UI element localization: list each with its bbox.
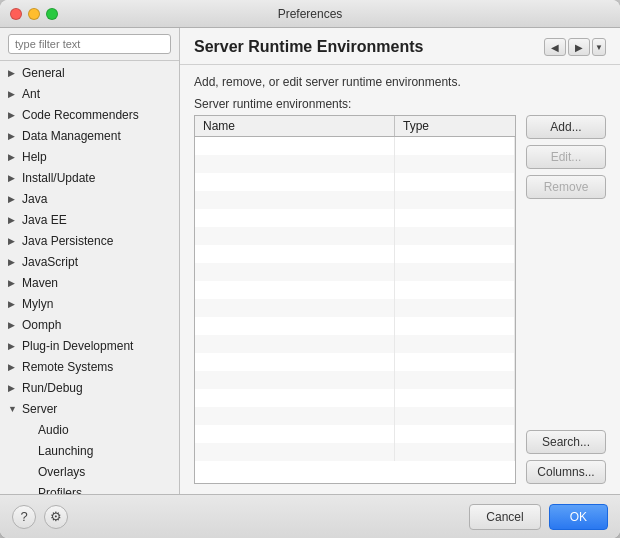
table-area: Name Type Add... Edit... Remove Search..… [194,115,606,484]
sidebar-item-javascript[interactable]: ▶JavaScript [0,252,179,273]
cell-name [195,425,395,443]
main-header: Server Runtime Environments ◀ ▶ ▼ [180,28,620,65]
table-row[interactable] [195,299,515,317]
sidebar-item-label: Plug-in Development [22,338,133,355]
add-button[interactable]: Add... [526,115,606,139]
sidebar-item-remote-systems[interactable]: ▶Remote Systems [0,357,179,378]
sidebar-item-help[interactable]: ▶Help [0,147,179,168]
sidebar-item-data-management[interactable]: ▶Data Management [0,126,179,147]
table-row[interactable] [195,155,515,173]
main-panel: Server Runtime Environments ◀ ▶ ▼ Add, r… [180,28,620,494]
window-title: Preferences [278,7,343,21]
table-row[interactable] [195,407,515,425]
description-text: Add, remove, or edit server runtime envi… [194,75,606,89]
action-buttons: Add... Edit... Remove Search... Columns.… [526,115,606,484]
remove-button[interactable]: Remove [526,175,606,199]
cell-type [395,245,515,263]
sidebar-item-code-recommenders[interactable]: ▶Code Recommenders [0,105,179,126]
table-row[interactable] [195,227,515,245]
minimize-button[interactable] [28,8,40,20]
table-header: Name Type [195,116,515,137]
sidebar-item-mylyn[interactable]: ▶Mylyn [0,294,179,315]
cell-type [395,137,515,155]
table-row[interactable] [195,371,515,389]
filter-input[interactable] [8,34,171,54]
cell-type [395,227,515,245]
sidebar-item-general[interactable]: ▶General [0,63,179,84]
sidebar-item-java[interactable]: ▶Java [0,189,179,210]
close-button[interactable] [10,8,22,20]
filter-wrap [0,28,179,61]
cell-type [395,443,515,461]
sidebar-item-label: Mylyn [22,296,53,313]
sidebar-item-label: Launching [38,443,93,460]
settings-button[interactable]: ⚙ [44,505,68,529]
sidebar-item-server-launching[interactable]: Launching [0,441,179,462]
back-button[interactable]: ◀ [544,38,566,56]
sidebar-item-ant[interactable]: ▶Ant [0,84,179,105]
arrow-icon: ▶ [8,338,20,355]
cell-type [395,155,515,173]
table-rows[interactable] [195,137,515,483]
sidebar-item-maven[interactable]: ▶Maven [0,273,179,294]
table-row[interactable] [195,425,515,443]
table-row[interactable] [195,281,515,299]
sidebar-item-label: Maven [22,275,58,292]
cell-type [395,389,515,407]
sidebar-item-server-audio[interactable]: Audio [0,420,179,441]
table-row[interactable] [195,335,515,353]
cell-name [195,227,395,245]
table-row[interactable] [195,389,515,407]
table-row[interactable] [195,191,515,209]
sidebar-item-run-debug[interactable]: ▶Run/Debug [0,378,179,399]
arrow-icon: ▶ [8,65,20,82]
footer: ? ⚙ Cancel OK [0,494,620,538]
cell-type [395,299,515,317]
sidebar-item-install-update[interactable]: ▶Install/Update [0,168,179,189]
nav-dropdown-button[interactable]: ▼ [592,38,606,56]
sidebar-item-java-persistence[interactable]: ▶Java Persistence [0,231,179,252]
sidebar-item-label: Ant [22,86,40,103]
arrow-icon: ▶ [8,212,20,229]
sidebar-item-server[interactable]: ▼Server [0,399,179,420]
table-row[interactable] [195,209,515,227]
arrow-icon: ▼ [8,401,20,418]
table-row[interactable] [195,173,515,191]
sidebar-item-label: Server [22,401,57,418]
table-row[interactable] [195,137,515,155]
help-button[interactable]: ? [12,505,36,529]
ok-button[interactable]: OK [549,504,608,530]
forward-button[interactable]: ▶ [568,38,590,56]
arrow-icon: ▶ [8,254,20,271]
nav-arrows: ◀ ▶ ▼ [544,38,606,56]
arrow-icon: ▶ [8,296,20,313]
table-row[interactable] [195,263,515,281]
arrow-icon: ▶ [8,275,20,292]
sidebar-item-label: Overlays [38,464,85,481]
sidebar-item-plugin-development[interactable]: ▶Plug-in Development [0,336,179,357]
column-name: Name [195,116,395,136]
sidebar-item-server-profilers[interactable]: Profilers [0,483,179,494]
cell-name [195,389,395,407]
cell-type [395,317,515,335]
cell-type [395,407,515,425]
search-button[interactable]: Search... [526,430,606,454]
table-row[interactable] [195,353,515,371]
sidebar-item-java-ee[interactable]: ▶Java EE [0,210,179,231]
table-row[interactable] [195,317,515,335]
sidebar-item-label: Run/Debug [22,380,83,397]
arrow-icon: ▶ [8,191,20,208]
sidebar-item-label: Code Recommenders [22,107,139,124]
columns-button[interactable]: Columns... [526,460,606,484]
maximize-button[interactable] [46,8,58,20]
table-row[interactable] [195,245,515,263]
cancel-button[interactable]: Cancel [469,504,540,530]
table-row[interactable] [195,443,515,461]
sidebar-item-oomph[interactable]: ▶Oomph [0,315,179,336]
spacer [526,205,606,424]
cell-type [395,209,515,227]
sidebar-item-server-overlays[interactable]: Overlays [0,462,179,483]
cell-type [395,353,515,371]
edit-button[interactable]: Edit... [526,145,606,169]
cell-name [195,281,395,299]
